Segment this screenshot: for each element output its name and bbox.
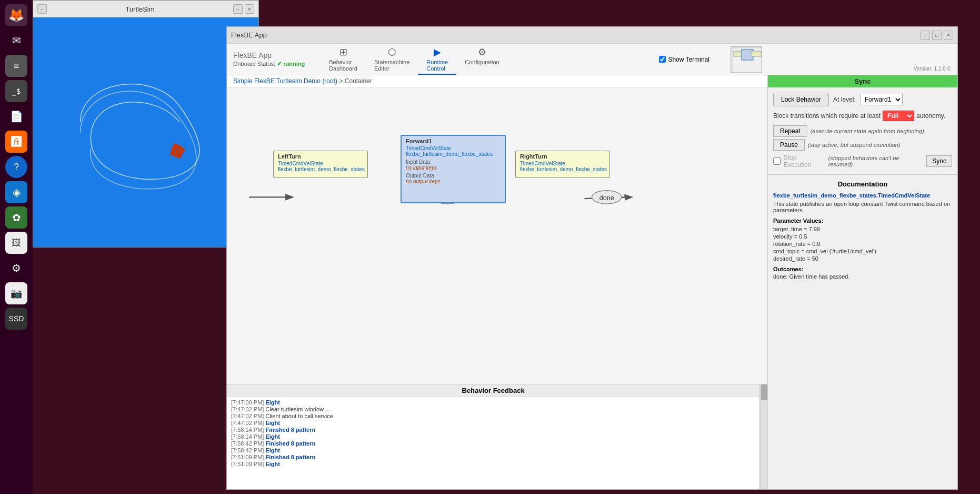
stop-execution-desc: (stopped behaviors can't be resumed) <box>828 155 924 167</box>
repeat-desc: (execute current state again from beginn… <box>811 128 924 134</box>
log-line-7: [7:58:42 PM] Finished 8 pattern <box>231 440 755 447</box>
show-terminal-checkbox-label[interactable]: Show Terminal <box>659 56 709 63</box>
arrows-svg: done done <box>227 87 767 384</box>
behavior-dashboard-icon: ⊞ <box>339 46 347 58</box>
forward1-class: TimedCmdVelState <box>406 145 501 151</box>
taskbar-help[interactable]: ? <box>5 156 27 178</box>
log-time-6: [7:58:14 PM] <box>231 433 264 440</box>
taskbar-mail[interactable]: ✉ <box>5 29 27 52</box>
lock-behavior-button[interactable]: Lock Behavior <box>773 93 829 106</box>
doc-panel: Documentation flexbe_turtlesim_demo_flex… <box>768 174 957 489</box>
stop-row: Stop Execution (stopped behaviors can't … <box>773 154 952 169</box>
sync-button[interactable]: Sync <box>926 155 952 167</box>
state-node-left-turn[interactable]: LeftTurn TimedCmdVelState flexbe_turtles… <box>273 151 368 178</box>
doc-param-2: velocity = 0.5 <box>773 233 952 240</box>
forward1-input-value: no input keys <box>406 165 501 171</box>
doc-param-5: desired_rate = 50 <box>773 255 952 262</box>
flexbe-app-label: FlexBE App <box>233 51 305 60</box>
taskbar-image[interactable]: 🖼 <box>5 232 27 254</box>
level-select[interactable]: Forward1 Full Low <box>860 94 903 105</box>
status-running: running <box>283 61 305 67</box>
tab-statemachine-editor[interactable]: ⬡ StatemachineEditor <box>366 44 418 75</box>
turtlesim-window-controls: − <box>37 4 47 14</box>
taskbar-text-editor[interactable]: 📄 <box>5 105 27 127</box>
log-time-9: [7:51:09 PM] <box>231 454 264 460</box>
log-text-3: Client about to call service <box>265 413 333 419</box>
log-text-10: Eight <box>265 461 280 467</box>
block-transitions-label: Block transitions which require at least <box>773 112 881 120</box>
log-text-5: Finished 8 pattern <box>265 427 315 433</box>
flexbe-close-btn[interactable]: × <box>944 31 953 40</box>
taskbar-files[interactable]: ≡ <box>5 55 27 77</box>
tab-behavior-dashboard-label: BehaviorDashboard <box>329 59 357 72</box>
doc-outcomes-title: Outcomes: <box>773 266 952 272</box>
left-turn-class: TimedCmdVelState <box>278 161 363 166</box>
taskbar-screenshot[interactable]: 📷 <box>5 282 27 304</box>
state-node-forward1[interactable]: Forward1 TimedCmdVelState flexbe_turtles… <box>401 135 506 203</box>
version-label: Version: 1.1.0 © <box>914 66 951 73</box>
right-turn-title: RightTurn <box>520 153 605 160</box>
taskbar-settings[interactable]: ⚙ <box>5 257 27 279</box>
state-node-right-turn[interactable]: RightTurn TimedCmdVelState flexbe_turtle… <box>515 151 610 178</box>
log-text-6: Eight <box>265 433 280 440</box>
repeat-button[interactable]: Repeat <box>773 125 807 137</box>
turtlesim-titlebar: − TurtleSim − × <box>33 1 258 17</box>
log-line-5: [7:58:14 PM] Finished 8 pattern <box>231 427 755 433</box>
taskbar-drive[interactable]: SSD <box>5 308 27 330</box>
forward1-title: Forward1 <box>406 138 501 144</box>
taskbar-software[interactable]: 🅰 <box>5 131 27 153</box>
feedback-scrollbar[interactable] <box>760 384 767 489</box>
show-terminal-area: Show Terminal <box>659 56 709 63</box>
breadcrumb-root[interactable]: Simple FlexBE Turtlesim Demo (root) <box>233 77 337 85</box>
autonomy-level-select[interactable]: Full Low None <box>883 111 914 121</box>
flexbe-minimize-btn[interactable]: − <box>921 31 930 40</box>
forward1-input-label: Input Data: <box>406 159 501 165</box>
doc-outcome-1: done: Given time has passed. <box>773 273 952 280</box>
mini-preview-svg <box>731 47 763 73</box>
autonomy-row: Block transitions which require at least… <box>773 111 952 121</box>
turtle-path-svg <box>33 17 258 247</box>
onboard-running: ✔ <box>277 61 283 67</box>
flexbe-maximize-btn[interactable]: □ <box>932 31 942 40</box>
left-turn-title: LeftTurn <box>278 153 363 160</box>
turtlesim-minimize-btn[interactable]: − <box>37 4 47 14</box>
stop-execution-label: Stop Execution <box>784 154 825 169</box>
log-text-4: Eight <box>265 420 280 426</box>
right-panel: Sync Lock Behavior At level: Forward1 Fu… <box>768 75 957 489</box>
svg-line-11 <box>585 197 632 199</box>
flexbe-header: FlexBE App Onboard Status: ✔ running ⊞ B… <box>227 44 957 75</box>
feedback-title: Behavior Feedback <box>227 384 759 397</box>
taskbar-ros[interactable]: ✿ <box>5 206 27 229</box>
doc-description: This state publishes an open loop consta… <box>773 201 952 213</box>
taskbar-vscode[interactable]: ◈ <box>5 181 27 203</box>
taskbar-terminal[interactable]: _$ <box>5 80 27 102</box>
turtlesim-close2-btn[interactable]: − <box>233 4 243 14</box>
taskbar-firefox[interactable]: 🦊 <box>5 4 27 26</box>
diagram-canvas[interactable]: done done LeftTurn TimedCmdVelState flex… <box>227 87 767 384</box>
log-line-1: [7:47:00 PM] Eight <box>231 399 755 406</box>
pause-row: Pause (stay active, but suspend executio… <box>773 139 952 151</box>
turtlesim-close-btn[interactable]: × <box>245 4 254 14</box>
flexbe-window-title: FlexBE App <box>231 31 267 39</box>
tab-configuration[interactable]: ⚙ Configuration <box>456 44 507 75</box>
svg-point-14 <box>592 191 622 204</box>
right-turn-pkg: flexbe_turtlesim_demo_flexbe_states <box>520 166 605 172</box>
pause-button[interactable]: Pause <box>773 139 805 151</box>
tab-behavior-dashboard[interactable]: ⊞ BehaviorDashboard <box>321 44 366 75</box>
forward1-output-label: Output Data: <box>406 173 501 179</box>
log-time-2: [7:47:02 PM] <box>231 406 264 412</box>
show-terminal-checkbox[interactable] <box>659 56 666 63</box>
stop-execution-checkbox[interactable] <box>773 157 781 165</box>
show-terminal-label: Show Terminal <box>668 56 709 63</box>
breadcrumb-separator: > <box>339 77 344 85</box>
configuration-icon: ⚙ <box>478 46 486 58</box>
tab-configuration-label: Configuration <box>465 59 499 65</box>
turtlesim-window: − TurtleSim − × <box>33 0 259 248</box>
at-level-label: At level: <box>833 96 856 103</box>
feedback-panel: Behavior Feedback [7:47:00 PM] Eight [7:… <box>227 384 760 489</box>
log-text-1: Eight <box>265 399 280 406</box>
flexbe-window-controls: − □ × <box>921 31 953 40</box>
onboard-status: Onboard Status: ✔ running <box>233 61 305 67</box>
tab-runtime-control[interactable]: ▶ RuntimeControl <box>418 44 456 75</box>
doc-param-4: cmd_topic = cmd_vel ('/turtle1/cmd_vel') <box>773 248 952 254</box>
